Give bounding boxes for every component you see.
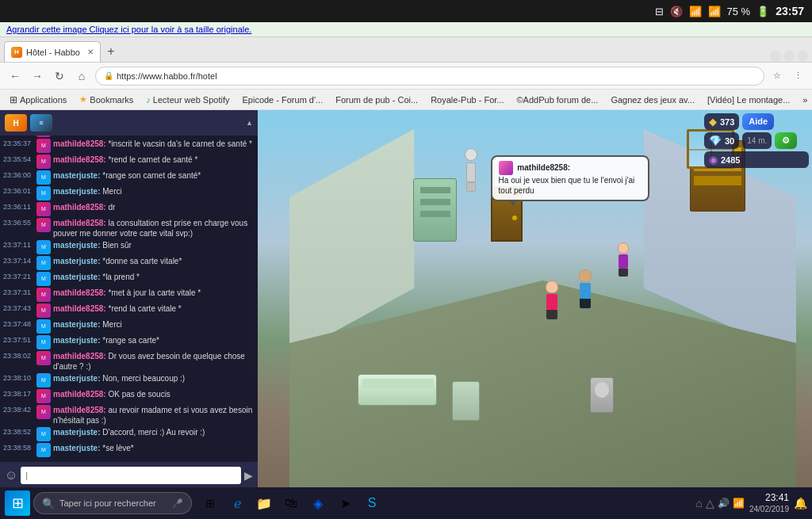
search-icon: 🔍 xyxy=(42,498,55,509)
bookmark-spotify-label: Lecteur web Spotify xyxy=(153,95,230,105)
home-button[interactable]: ⌂ xyxy=(73,67,90,85)
hud-panel: ◆ 373 Aide 💎 30 14 m. ⚙ xyxy=(701,110,812,171)
chat-message-item: 23:37:43 M mathilde8258: *rend la carte … xyxy=(3,303,255,318)
back-button[interactable]: ← xyxy=(6,67,24,85)
medical-cabinet xyxy=(413,178,457,242)
chat-text: mathilde8258: au revoir madame et si vou… xyxy=(53,405,255,426)
room-scene: mathilde8258: Ha oui je veux bien que tu… xyxy=(258,110,812,489)
bookmark-gagnez[interactable]: Gagnez des jeux av... xyxy=(606,93,699,106)
chat-messages-list[interactable]: M mathilde8258: :) 23:35:15 M masterjust… xyxy=(0,135,258,462)
chat-message-item: 23:35:37 M mathilde8258: *le prend * xyxy=(3,135,255,137)
chat-message-body: *rend la carte vitale * xyxy=(108,304,181,313)
chat-message-item: 23:38:58 M masterjuste: *se lève* xyxy=(3,443,255,457)
chat-text: masterjuste: Merci xyxy=(53,319,255,330)
forward-button[interactable]: → xyxy=(29,67,46,85)
chat-avatar: M xyxy=(36,319,51,334)
taskbar-search[interactable]: 🔍 Taper ici pour rechercher 🎤 xyxy=(33,492,192,514)
settings-button[interactable]: ⚙ xyxy=(775,132,797,149)
chat-username: masterjuste: xyxy=(53,428,100,437)
bubble-text: Ha oui je veux bien que tu le l'envoi j'… xyxy=(499,175,642,196)
chat-message-item: 23:37:14 M masterjuste: *donne sa carte … xyxy=(3,256,255,270)
star-button[interactable]: ☆ xyxy=(769,68,785,84)
taskbar-clock[interactable]: 23:41 24/02/2019 xyxy=(749,492,789,515)
store-icon[interactable]: 🛍 xyxy=(279,491,303,515)
chat-text: mathilde8258: *inscrit le vacsin da's le… xyxy=(53,139,255,149)
notifications-icon[interactable]: 🔔 xyxy=(794,497,807,509)
new-tab-button[interactable]: + xyxy=(101,41,121,62)
arrow-icon[interactable]: ➤ xyxy=(333,491,357,515)
chat-avatar: M xyxy=(36,303,51,318)
habbo-logo-button[interactable]: H xyxy=(5,114,27,132)
tray-network-icon[interactable]: 📶 xyxy=(733,498,745,509)
chat-text: mathilde8258: *rend le carnet de santé * xyxy=(53,155,255,165)
maximize-button[interactable]: □ xyxy=(783,51,795,62)
purple-currency-icon: ◉ xyxy=(709,154,718,166)
browser-tab-habbo[interactable]: H Hôtel - Habbo ✕ xyxy=(4,41,101,62)
taskbar-pinned-icons: ⊞ ℯ 📁 🛍 ◈ ➤ S xyxy=(198,491,384,515)
chat-avatar: M xyxy=(36,389,51,403)
chat-username: mathilde8258: xyxy=(53,352,106,361)
bookmark-more[interactable]: » xyxy=(798,93,812,106)
chat-text: masterjuste: *se lève* xyxy=(53,443,255,453)
dropbox-icon[interactable]: ◈ xyxy=(306,491,330,515)
address-bar: ← → ↻ ⌂ 🔒 https://www.habbo.fr/hotel ☆ ⋮ xyxy=(0,63,812,90)
habbo-nav-button[interactable]: ≡ xyxy=(30,114,52,132)
chat-username: mathilde8258: xyxy=(53,304,106,313)
bookmark-royale[interactable]: Royale-Pub - For... xyxy=(426,93,508,106)
speech-bubble: mathilde8258: Ha oui je veux bien que tu… xyxy=(491,155,649,201)
chat-avatar: M xyxy=(36,427,51,441)
chat-text: masterjuste: D'accord, merci :) Au revoi… xyxy=(53,427,255,437)
emoji-button[interactable]: ☺ xyxy=(5,468,17,483)
chat-input-field[interactable] xyxy=(21,467,241,484)
chat-avatar: M xyxy=(36,240,51,254)
chat-text: masterjuste: *la prend * xyxy=(53,272,255,282)
task-view-button[interactable]: ⊞ xyxy=(198,491,222,515)
gems-stat: ◆ 373 xyxy=(704,113,739,130)
menu-button[interactable]: ⋮ xyxy=(790,68,806,84)
reload-button[interactable]: ↻ xyxy=(51,67,68,85)
skype-icon[interactable]: S xyxy=(360,491,384,515)
bookmark-spotify[interactable]: ♪ Lecteur web Spotify xyxy=(141,93,234,106)
chat-avatar: M xyxy=(36,335,51,349)
chat-message-body: Non, merci beaucoup :) xyxy=(102,374,185,383)
tab-bar: H Hôtel - Habbo ✕ + ─ □ ✕ xyxy=(0,37,812,63)
chat-username: mathilde8258: xyxy=(53,203,106,212)
chat-avatar: M xyxy=(36,170,51,185)
bookmark-forum-pub[interactable]: Forum de pub - Coi... xyxy=(331,93,423,106)
tray-volume-icon[interactable]: 🔊 xyxy=(718,498,730,509)
bubble-avatar-icon xyxy=(499,161,513,175)
bookmark-apps[interactable]: ⊞ Applications xyxy=(5,93,71,107)
tray-icon-2[interactable]: △ xyxy=(706,497,714,509)
close-button[interactable]: ✕ xyxy=(797,51,808,62)
chat-username: mathilde8258: xyxy=(53,390,106,399)
chat-text: mathilde8258: Dr vous avez besoin de que… xyxy=(53,351,255,372)
chat-message-item: 23:36:00 M masterjuste: *range son carne… xyxy=(3,170,255,185)
chat-message-body: *rend le carnet de santé * xyxy=(108,155,197,164)
aide-button[interactable]: Aide xyxy=(742,113,774,130)
chat-text: mathilde8258: *met à jour la carte vital… xyxy=(53,288,255,298)
start-button[interactable]: ⊞ xyxy=(5,490,30,516)
chat-avatar: M xyxy=(36,135,51,137)
send-button[interactable]: ▶ xyxy=(244,469,253,482)
avatar-masterjuste[interactable] xyxy=(579,269,592,308)
bookmark-epicode[interactable]: Epicode - Forum d'... xyxy=(237,93,327,106)
chat-panel: H ≡ ▲ M mathilde8258: :) 23:35:15 M mast… xyxy=(0,110,258,519)
game-area[interactable]: mathilde8258: Ha oui je veux bien que tu… xyxy=(258,110,812,519)
file-explorer-icon[interactable]: 📁 xyxy=(252,491,276,515)
bookmark-addpub[interactable]: ©AddPub forum de... xyxy=(512,93,603,106)
avatar-mathilde[interactable] xyxy=(546,280,558,319)
chat-message-item: 23:38:02 M mathilde8258: Dr vous avez be… xyxy=(3,351,255,372)
chat-avatar: M xyxy=(36,155,51,169)
minimize-button[interactable]: ─ xyxy=(770,51,781,62)
bookmark-video[interactable]: [Vidéo] Le montage... xyxy=(703,93,795,106)
bookmark-bookmarks[interactable]: ★ Bookmarks xyxy=(75,93,138,106)
edge-browser-icon[interactable]: ℯ xyxy=(225,491,249,515)
chat-username: mathilde8258: xyxy=(53,155,106,164)
tray-icon-1[interactable]: ⌂ xyxy=(695,497,702,509)
notification-bar[interactable]: Agrandir cette image Cliquez ici pour la… xyxy=(0,22,812,37)
url-input[interactable]: 🔒 https://www.habbo.fr/hotel xyxy=(95,67,764,86)
chat-message-item: 23:38:52 M masterjuste: D'accord, merci … xyxy=(3,427,255,441)
tab-close-button[interactable]: ✕ xyxy=(87,48,94,56)
chat-message-item: 23:35:37 M mathilde8258: *inscrit le vac… xyxy=(3,139,255,153)
chat-message-body: *inscrit le vacsin da's le carnet de san… xyxy=(108,139,251,148)
